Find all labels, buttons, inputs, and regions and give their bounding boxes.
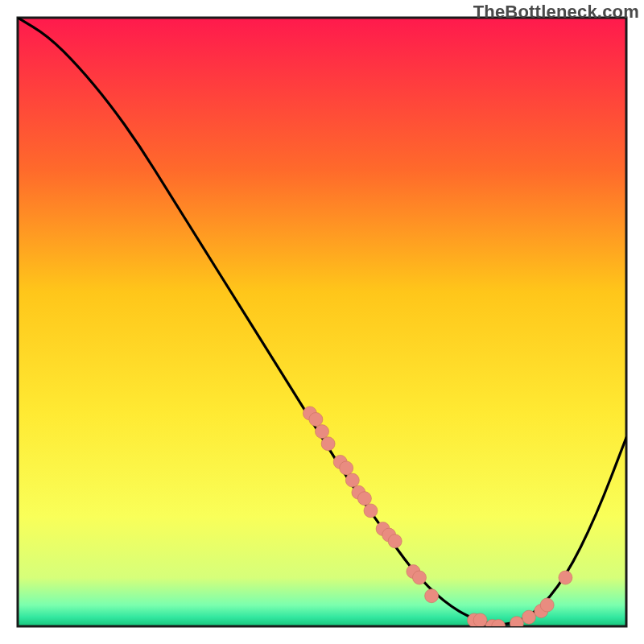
bottleneck-chart	[0, 0, 644, 644]
chart-container: { "watermark": "TheBottleneck.com", "cha…	[0, 0, 644, 644]
data-marker	[492, 620, 506, 634]
data-marker	[364, 504, 378, 518]
data-marker	[345, 473, 359, 487]
data-marker	[357, 492, 371, 506]
data-marker	[413, 571, 427, 584]
gradient-background	[18, 18, 626, 626]
data-marker	[540, 598, 554, 612]
data-marker	[510, 617, 523, 630]
data-marker	[309, 413, 323, 427]
data-marker	[522, 610, 536, 624]
data-marker	[340, 461, 353, 475]
data-marker	[473, 613, 487, 627]
data-marker	[425, 589, 439, 603]
data-marker	[388, 535, 402, 548]
data-marker	[316, 425, 329, 439]
data-marker	[559, 571, 572, 584]
data-marker	[321, 437, 335, 451]
watermark-text: TheBottleneck.com	[473, 2, 639, 23]
